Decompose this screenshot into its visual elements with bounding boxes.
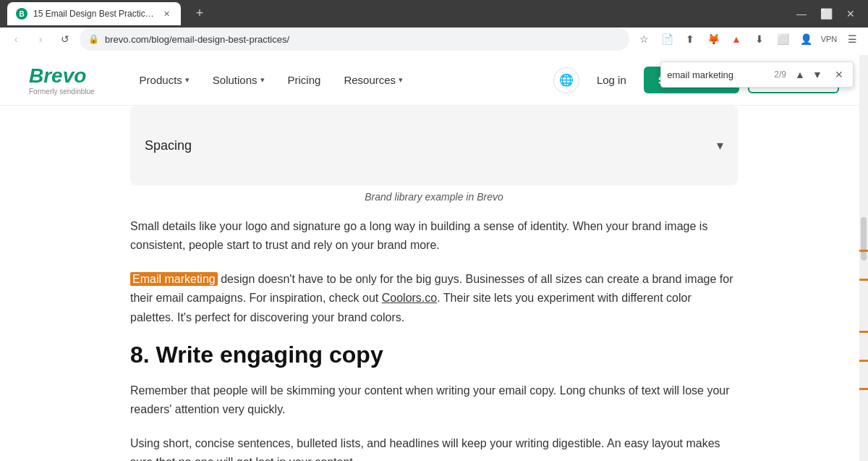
brand-logo[interactable]: Brevo Formerly sendinblue	[29, 64, 95, 96]
nav-products[interactable]: Products ▾	[131, 68, 198, 92]
scroll-markers	[859, 55, 868, 461]
find-next-button[interactable]: ▼	[809, 67, 825, 83]
brand-name: Brevo	[29, 64, 95, 88]
back-button[interactable]: ‹	[6, 29, 26, 49]
find-bar: 2/9 ▲ ▼ ✕	[660, 62, 854, 88]
image-caption: Brand library example in Brevo	[130, 191, 738, 203]
share-icon[interactable]: ⬆	[680, 29, 700, 49]
spacing-label: Spacing	[145, 138, 192, 153]
browser-tab[interactable]: B 15 Email Design Best Practices f ✕	[7, 2, 181, 25]
tab-title: 15 Email Design Best Practices f	[33, 9, 155, 19]
solutions-chevron-icon: ▾	[260, 75, 265, 85]
scroll-marker-5	[859, 388, 868, 390]
vpn-icon[interactable]: VPN	[819, 29, 839, 49]
scroll-marker-1	[859, 250, 868, 252]
forward-button[interactable]: ›	[30, 29, 51, 49]
language-selector[interactable]: 🌐	[553, 67, 579, 93]
bookmark-icon[interactable]: ☆	[634, 29, 654, 49]
paragraph-3: Remember that people will be skimming yo…	[130, 381, 738, 420]
nav-items: Products ▾ Solutions ▾ Pricing Resources…	[131, 68, 532, 92]
paragraph-4: Using short, concise sentences, bulleted…	[130, 434, 738, 461]
tab-close-button[interactable]: ✕	[161, 8, 172, 20]
reader-icon[interactable]: 📄	[657, 29, 677, 49]
url-text: brevo.com/blog/email-design-best-practic…	[105, 34, 621, 45]
find-count: 2/9	[774, 69, 786, 80]
main-content: Small details like your logo and signatu…	[0, 217, 868, 461]
paragraph-2: Email marketing design doesn't have to b…	[130, 270, 738, 327]
download-icon[interactable]: ⬇	[749, 29, 770, 49]
spacing-chevron-icon: ▾	[717, 138, 723, 153]
nav-solutions[interactable]: Solutions ▾	[204, 68, 273, 92]
scroll-marker-3	[859, 331, 868, 333]
reload-button[interactable]: ↺	[55, 29, 75, 49]
lock-icon: 🔒	[88, 34, 99, 44]
highlight-email-marketing: Email marketing	[130, 272, 218, 286]
spacing-bar: Spacing ▾	[130, 138, 738, 153]
nav-pricing[interactable]: Pricing	[279, 68, 330, 92]
tab-favicon: B	[16, 8, 27, 20]
find-close-button[interactable]: ✕	[831, 67, 847, 83]
nav-resources[interactable]: Resources ▾	[335, 68, 412, 92]
scroll-marker-4	[859, 360, 868, 362]
window-minimize-button[interactable]: —	[791, 4, 812, 24]
window-close-button[interactable]: ✕	[841, 4, 861, 24]
brand-subtitle: Formerly sendinblue	[29, 88, 95, 96]
coolors-link[interactable]: Coolors.co	[382, 292, 437, 304]
new-tab-button[interactable]: +	[190, 3, 210, 23]
scroll-marker-2	[859, 279, 868, 281]
brand-image-section: Spacing ▾ Brand library example in Brevo	[0, 106, 868, 203]
find-input[interactable]	[667, 69, 768, 80]
menu-icon[interactable]: ☰	[842, 29, 862, 49]
extension2-icon[interactable]: ▲	[726, 29, 746, 49]
scroll-track[interactable]	[859, 55, 868, 461]
resources-chevron-icon: ▾	[399, 75, 403, 85]
profile-icon[interactable]: 👤	[796, 29, 816, 49]
window-maximize-button[interactable]: ⬜	[816, 4, 836, 24]
extension1-icon[interactable]: 🦊	[703, 29, 723, 49]
paragraph-1: Small details like your logo and signatu…	[130, 217, 738, 255]
login-button[interactable]: Log in	[588, 68, 635, 92]
brand-image: Spacing ▾	[130, 106, 738, 185]
products-chevron-icon: ▾	[185, 75, 190, 85]
sidebar-icon[interactable]: ⬜	[773, 29, 793, 49]
section-heading: 8. Write engaging copy	[130, 342, 738, 368]
find-previous-button[interactable]: ▲	[792, 67, 808, 83]
page-content: Brevo Formerly sendinblue Products ▾ Sol…	[0, 55, 868, 461]
address-bar[interactable]: 🔒 brevo.com/blog/email-design-best-pract…	[80, 28, 629, 51]
